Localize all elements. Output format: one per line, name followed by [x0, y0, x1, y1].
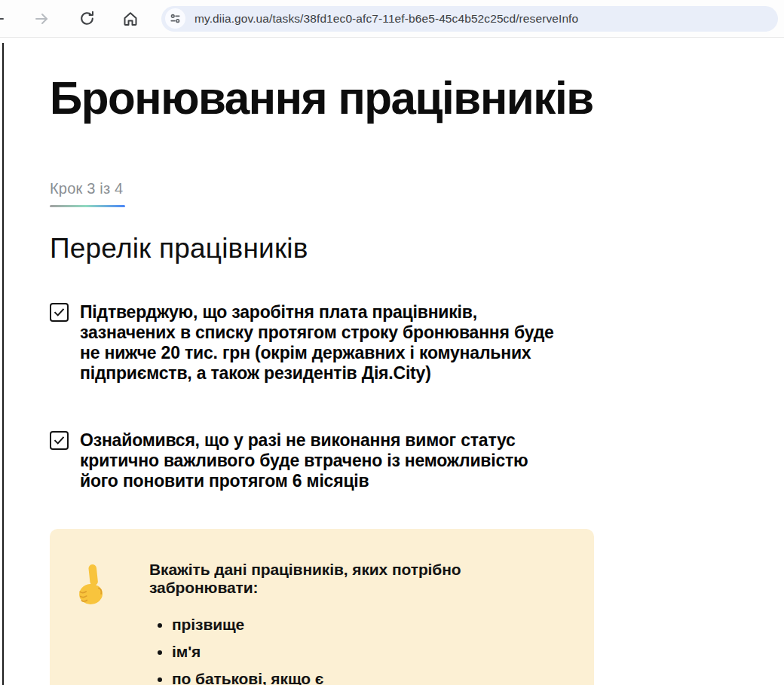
reservation-page: Бронювання працівників Крок 3 із 4 Перел… [0, 71, 784, 685]
page-title: Бронювання працівників [50, 71, 762, 124]
site-settings-icon[interactable] [165, 8, 185, 29]
employee-data-list: прізвище ім'я по батькові, якщо є дата н… [149, 615, 564, 685]
url-bar[interactable]: my.diia.gov.ua/tasks/38fd1ec0-afc7-11ef-… [161, 6, 778, 32]
window-left-edge [2, 43, 4, 685]
step-indicator: Крок 3 із 4 [50, 180, 784, 197]
list-item-surname: прізвище [172, 615, 564, 635]
home-icon[interactable] [118, 6, 143, 32]
url-text: my.diia.gov.ua/tasks/38fd1ec0-afc7-11ef-… [194, 12, 578, 26]
list-item-name: ім'я [172, 642, 564, 662]
salary-confirmation-checkbox[interactable] [50, 303, 69, 322]
browser-toolbar: my.diia.gov.ua/tasks/38fd1ec0-afc7-11ef-… [0, 0, 784, 38]
salary-confirmation-row: Підтверджую, що заробітня плата працівни… [50, 302, 784, 384]
info-box-content: Вкажіть дані працівників, яких потрібно … [149, 552, 564, 685]
status-loss-row: Ознайомився, що у разі не виконання вимо… [50, 430, 784, 491]
reload-icon[interactable] [74, 6, 100, 32]
index-pointing-up-icon [72, 562, 115, 611]
section-title: Перелік працівників [50, 233, 784, 265]
step-progress-bar [50, 205, 125, 207]
status-loss-checkbox[interactable] [50, 431, 69, 450]
info-box-title: Вкажіть дані працівників, яких потрібно … [149, 561, 564, 597]
employee-data-info-box: Вкажіть дані працівників, яких потрібно … [50, 529, 594, 685]
status-loss-label[interactable]: Ознайомився, що у разі не виконання вимо… [80, 430, 566, 491]
salary-confirmation-label[interactable]: Підтверджую, що заробітня плата працівни… [80, 302, 566, 384]
back-icon[interactable] [0, 6, 11, 32]
forward-icon[interactable] [29, 6, 54, 32]
list-item-patronymic: по батькові, якщо є [172, 669, 564, 685]
